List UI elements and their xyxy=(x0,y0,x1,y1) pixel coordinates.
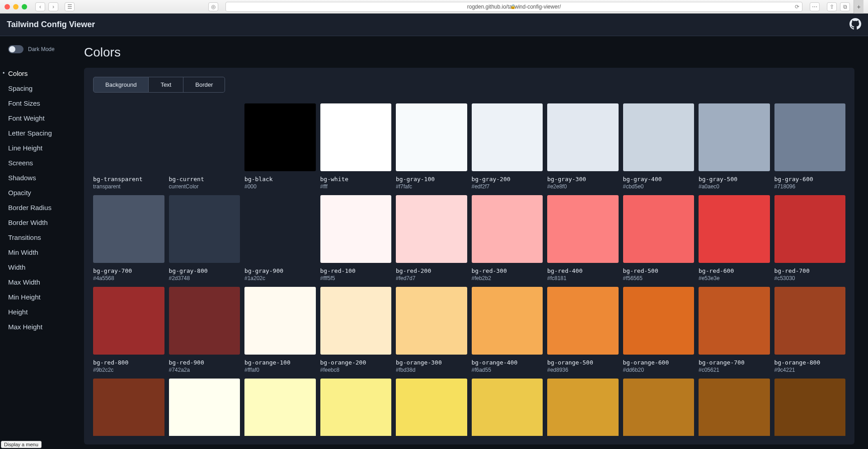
swatch-bg-gray-300[interactable]: bg-gray-300#e2e8f0 xyxy=(547,103,619,190)
sidebar-item-colors[interactable]: Colors xyxy=(8,66,76,81)
swatch-bg-yellow-500[interactable]: bg-yellow-500#ecc94b xyxy=(472,379,543,436)
swatch-color xyxy=(472,195,543,263)
swatch-color xyxy=(547,103,619,171)
swatch-value: #000 xyxy=(244,183,316,190)
swatch-bg-gray-900[interactable]: bg-gray-900#1a202c xyxy=(244,195,316,281)
address-bar[interactable]: 🔒 rogden.github.io/tailwind-config-viewe… xyxy=(225,2,802,12)
swatch-bg-gray-800[interactable]: bg-gray-800#2d3748 xyxy=(169,195,240,281)
swatch-name: bg-red-800 xyxy=(93,359,164,366)
swatch-bg-gray-200[interactable]: bg-gray-200#edf2f7 xyxy=(472,103,543,190)
sidebar-toggle-button[interactable]: ☰ xyxy=(65,2,75,11)
tab-border[interactable]: Border xyxy=(183,77,225,93)
github-link[interactable] xyxy=(849,18,861,32)
swatch-bg-red-700[interactable]: bg-red-700#c53030 xyxy=(774,195,846,281)
sidebar-item-letter-spacing[interactable]: Letter Spacing xyxy=(8,126,76,140)
swatch-color xyxy=(774,103,846,171)
swatch-bg-yellow-800[interactable]: bg-yellow-800#975a16 xyxy=(699,379,770,436)
swatch-value: #e53e3e xyxy=(699,275,770,281)
sidebar-item-min-width[interactable]: Min Width xyxy=(8,245,76,260)
swatch-bg-yellow-400[interactable]: bg-yellow-400#f6e05e xyxy=(396,379,467,436)
swatch-bg-gray-400[interactable]: bg-gray-400#cbd5e0 xyxy=(623,103,694,190)
sidebar-item-max-height[interactable]: Max Height xyxy=(8,319,76,334)
swatch-bg-gray-700[interactable]: bg-gray-700#4a5568 xyxy=(93,195,164,281)
share-button[interactable]: ⇪ xyxy=(827,2,837,11)
swatch-color xyxy=(320,379,392,436)
swatch-name: bg-gray-400 xyxy=(623,176,694,182)
swatch-name: bg-red-300 xyxy=(472,267,543,274)
swatch-bg-orange-600[interactable]: bg-orange-600#dd6b20 xyxy=(623,287,694,373)
swatch-bg-gray-600[interactable]: bg-gray-600#718096 xyxy=(774,103,846,190)
swatch-bg-transparent[interactable]: bg-transparenttransparent xyxy=(93,103,164,190)
swatch-bg-red-300[interactable]: bg-red-300#feb2b2 xyxy=(472,195,543,281)
swatch-color xyxy=(774,287,846,355)
swatch-bg-red-100[interactable]: bg-red-100#fff5f5 xyxy=(320,195,392,281)
maximize-window-button[interactable] xyxy=(22,4,27,9)
sidebar-item-screens[interactable]: Screens xyxy=(8,155,76,170)
back-button[interactable]: ‹ xyxy=(35,2,45,11)
swatch-bg-orange-200[interactable]: bg-orange-200#feebc8 xyxy=(320,287,392,373)
swatch-bg-red-800[interactable]: bg-red-800#9b2c2c xyxy=(93,287,164,373)
sidebar-item-width[interactable]: Width xyxy=(8,260,76,275)
swatch-value: #fbd38d xyxy=(396,367,467,373)
swatch-color xyxy=(320,195,392,263)
sidebar-item-label: Transitions xyxy=(8,234,41,241)
swatch-bg-gray-500[interactable]: bg-gray-500#a0aec0 xyxy=(699,103,770,190)
reload-icon[interactable]: ⟳ xyxy=(795,4,799,10)
swatch-bg-yellow-200[interactable]: bg-yellow-200#fefcbf xyxy=(244,379,316,436)
swatch-bg-gray-100[interactable]: bg-gray-100#f7fafc xyxy=(396,103,467,190)
toggle-thumb xyxy=(9,46,15,52)
tabs-button[interactable]: ⧉ xyxy=(840,2,850,11)
swatch-bg-yellow-700[interactable]: bg-yellow-700#b7791f xyxy=(623,379,694,436)
sidebar-item-label: Max Width xyxy=(8,278,40,286)
swatch-color xyxy=(623,195,694,263)
sidebar-item-height[interactable]: Height xyxy=(8,304,76,319)
sidebar-item-border-radius[interactable]: Border Radius xyxy=(8,200,76,215)
swatch-value: #fc8181 xyxy=(547,275,619,281)
swatch-bg-orange-900[interactable]: bg-orange-900#7b341e xyxy=(93,379,164,436)
tab-background[interactable]: Background xyxy=(93,77,149,93)
swatch-bg-orange-300[interactable]: bg-orange-300#fbd38d xyxy=(396,287,467,373)
sidebar-item-opacity[interactable]: Opacity xyxy=(8,185,76,200)
sidebar-item-border-width[interactable]: Border Width xyxy=(8,215,76,230)
sidebar-item-line-height[interactable]: Line Height xyxy=(8,140,76,155)
swatch-bg-orange-700[interactable]: bg-orange-700#c05621 xyxy=(699,287,770,373)
close-window-button[interactable] xyxy=(5,4,10,9)
minimize-window-button[interactable] xyxy=(13,4,19,9)
sidebar-item-max-width[interactable]: Max Width xyxy=(8,275,76,290)
swatch-bg-red-600[interactable]: bg-red-600#e53e3e xyxy=(699,195,770,281)
swatch-bg-red-400[interactable]: bg-red-400#fc8181 xyxy=(547,195,619,281)
swatch-color xyxy=(244,195,316,263)
swatch-bg-orange-100[interactable]: bg-orange-100#fffaf0 xyxy=(244,287,316,373)
sidebar-item-shadows[interactable]: Shadows xyxy=(8,170,76,185)
swatch-color xyxy=(699,195,770,263)
swatch-name: bg-gray-100 xyxy=(396,176,467,182)
swatch-bg-orange-800[interactable]: bg-orange-800#9c4221 xyxy=(774,287,846,373)
new-tab-button[interactable]: + xyxy=(854,0,863,14)
sidebar-item-font-weight[interactable]: Font Weight xyxy=(8,111,76,126)
swatch-bg-yellow-100[interactable]: bg-yellow-100#fffff0 xyxy=(169,379,240,436)
forward-button[interactable]: › xyxy=(48,2,58,11)
sidebar-item-min-height[interactable]: Min Height xyxy=(8,290,76,304)
reader-button[interactable]: ◎ xyxy=(208,2,218,11)
sidebar-item-transitions[interactable]: Transitions xyxy=(8,230,76,245)
more-button[interactable]: ⋯ xyxy=(810,2,820,11)
swatch-bg-yellow-300[interactable]: bg-yellow-300#faf089 xyxy=(320,379,392,436)
swatch-color xyxy=(547,379,619,436)
swatch-name: bg-orange-100 xyxy=(244,359,316,366)
swatch-bg-white[interactable]: bg-white#fff xyxy=(320,103,392,190)
swatch-color xyxy=(396,103,467,171)
swatch-color xyxy=(93,379,164,436)
dark-mode-toggle[interactable]: Dark Mode xyxy=(8,45,76,53)
swatch-bg-red-200[interactable]: bg-red-200#fed7d7 xyxy=(396,195,467,281)
sidebar-item-font-sizes[interactable]: Font Sizes xyxy=(8,96,76,111)
swatch-bg-orange-500[interactable]: bg-orange-500#ed8936 xyxy=(547,287,619,373)
swatch-bg-yellow-600[interactable]: bg-yellow-600#d69e2e xyxy=(547,379,619,436)
tab-text[interactable]: Text xyxy=(149,77,183,93)
swatch-bg-red-500[interactable]: bg-red-500#f56565 xyxy=(623,195,694,281)
swatch-bg-current[interactable]: bg-currentcurrentColor xyxy=(169,103,240,190)
swatch-bg-red-900[interactable]: bg-red-900#742a2a xyxy=(169,287,240,373)
sidebar-item-spacing[interactable]: Spacing xyxy=(8,81,76,96)
swatch-bg-orange-400[interactable]: bg-orange-400#f6ad55 xyxy=(472,287,543,373)
swatch-bg-black[interactable]: bg-black#000 xyxy=(244,103,316,190)
swatch-bg-yellow-900[interactable]: bg-yellow-900#744210 xyxy=(774,379,846,436)
